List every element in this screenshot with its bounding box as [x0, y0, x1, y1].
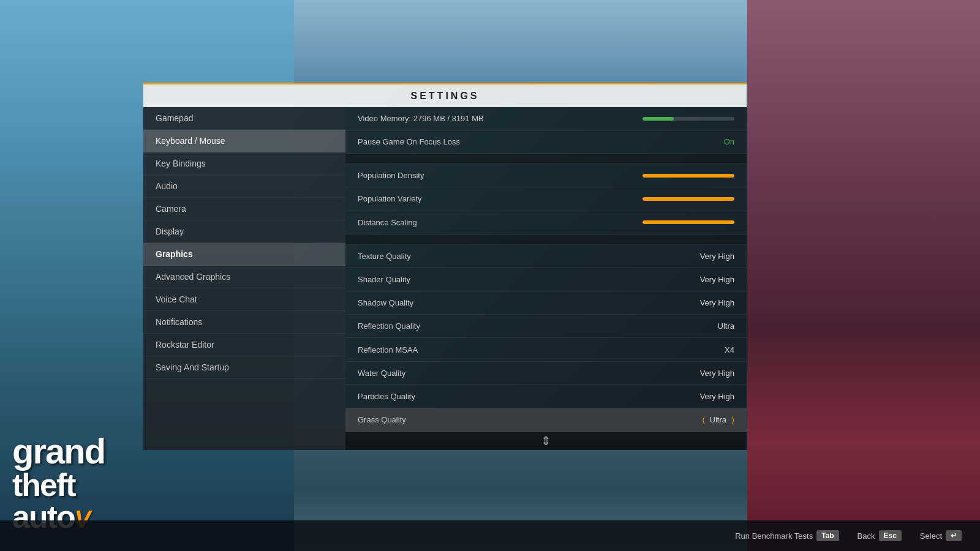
grass-quality-prev[interactable]: ⟨	[702, 415, 705, 425]
grass-quality-label: Grass Quality	[358, 415, 702, 424]
reflection-msaa-value[interactable]: X4	[725, 345, 734, 354]
nav-item-camera[interactable]: Camera	[143, 198, 345, 220]
separator-1	[345, 154, 747, 164]
benchmark-label: Run Benchmark Tests	[735, 531, 813, 541]
setting-row-shader-quality: Shader Quality Very High	[345, 268, 747, 291]
video-memory-fill	[643, 117, 674, 121]
population-density-slider[interactable]	[643, 174, 734, 178]
bottom-bar: Run Benchmark Tests Tab Back Esc Select …	[0, 520, 980, 551]
setting-row-pause-game: Pause Game On Focus Loss On	[345, 130, 747, 154]
back-label: Back	[858, 531, 875, 541]
nav-item-notifications[interactable]: Notifications	[143, 311, 345, 334]
nav-item-keyboard-mouse[interactable]: Keyboard / Mouse	[143, 130, 345, 152]
population-variety-label: Population Variety	[358, 194, 643, 203]
water-quality-label: Water Quality	[358, 369, 700, 378]
setting-row-texture-quality: Texture Quality Very High	[345, 245, 747, 268]
nav-item-voice-chat[interactable]: Voice Chat	[143, 288, 345, 311]
panel-body: Gamepad Keyboard / Mouse Key Bindings Au…	[143, 107, 747, 450]
setting-row-grass-quality: Grass Quality ⟨ Ultra ⟩	[345, 408, 747, 432]
logo-grand: grand	[12, 433, 105, 469]
scroll-up-down-icon: ⇕	[541, 433, 551, 448]
distance-scaling-fill	[643, 220, 734, 224]
select-action: Select ↵	[920, 530, 962, 541]
shader-quality-label: Shader Quality	[358, 275, 700, 284]
bg-center-top	[294, 0, 747, 86]
setting-row-reflection-msaa: Reflection MSAA X4	[345, 338, 747, 361]
population-variety-slider[interactable]	[643, 197, 734, 201]
nav-item-key-bindings[interactable]: Key Bindings	[143, 152, 345, 175]
reflection-quality-value[interactable]: Ultra	[718, 321, 734, 331]
select-label: Select	[920, 531, 942, 541]
shadow-quality-value[interactable]: Very High	[700, 298, 734, 307]
settings-title-bar: SETTINGS	[143, 83, 747, 107]
water-quality-value[interactable]: Very High	[700, 369, 734, 378]
nav-item-rockstar-editor[interactable]: Rockstar Editor	[143, 334, 345, 356]
nav-item-display[interactable]: Display	[143, 220, 345, 243]
texture-quality-label: Texture Quality	[358, 252, 700, 261]
nav-item-advanced-graphics[interactable]: Advanced Graphics	[143, 266, 345, 288]
reflection-quality-label: Reflection Quality	[358, 321, 718, 331]
settings-title: SETTINGS	[410, 91, 479, 102]
setting-row-population-density: Population Density	[345, 164, 747, 187]
reflection-msaa-label: Reflection MSAA	[358, 345, 725, 354]
settings-panel: SETTINGS Gamepad Keyboard / Mouse Key Bi…	[143, 83, 747, 450]
grass-quality-control: ⟨ Ultra ⟩	[702, 415, 734, 425]
scroll-indicator: ⇕	[345, 432, 747, 450]
pause-game-value[interactable]: On	[724, 137, 734, 146]
back-action: Back Esc	[858, 530, 902, 541]
particles-quality-value[interactable]: Very High	[700, 392, 734, 401]
video-memory-label: Video Memory: 2796 MB / 8191 MB	[358, 114, 643, 123]
population-variety-fill	[643, 197, 734, 201]
grass-quality-next[interactable]: ⟩	[731, 415, 734, 425]
nav-item-graphics[interactable]: Graphics	[143, 243, 345, 266]
setting-row-particles-quality: Particles Quality Very High	[345, 385, 747, 408]
particles-quality-label: Particles Quality	[358, 392, 700, 401]
benchmark-key: Tab	[816, 530, 839, 541]
gta-logo: grand theft autoV	[12, 433, 105, 533]
logo-theft: theft	[12, 469, 105, 501]
shader-quality-value[interactable]: Very High	[700, 275, 734, 284]
texture-quality-value[interactable]: Very High	[700, 252, 734, 261]
population-density-label: Population Density	[358, 171, 643, 180]
population-density-fill	[643, 174, 734, 178]
setting-row-distance-scaling: Distance Scaling	[345, 211, 747, 234]
setting-row-reflection-quality: Reflection Quality Ultra	[345, 315, 747, 338]
back-key: Esc	[879, 530, 902, 541]
select-key: ↵	[946, 530, 962, 541]
setting-row-video-memory: Video Memory: 2796 MB / 8191 MB	[345, 107, 747, 130]
distance-scaling-slider[interactable]	[643, 220, 734, 224]
shadow-quality-label: Shadow Quality	[358, 298, 700, 307]
setting-row-shadow-quality: Shadow Quality Very High	[345, 291, 747, 315]
nav-item-audio[interactable]: Audio	[143, 175, 345, 198]
distance-scaling-label: Distance Scaling	[358, 218, 643, 227]
setting-row-population-variety: Population Variety	[345, 187, 747, 211]
setting-row-water-quality: Water Quality Very High	[345, 362, 747, 385]
video-memory-slider[interactable]	[643, 117, 734, 121]
content-panel: Video Memory: 2796 MB / 8191 MB Pause Ga…	[345, 107, 747, 450]
nav-panel: Gamepad Keyboard / Mouse Key Bindings Au…	[143, 107, 345, 450]
bg-right-panel	[747, 0, 980, 551]
grass-quality-value: Ultra	[710, 415, 726, 424]
nav-item-gamepad[interactable]: Gamepad	[143, 107, 345, 130]
nav-item-saving-startup[interactable]: Saving And Startup	[143, 356, 345, 379]
benchmark-action: Run Benchmark Tests Tab	[735, 530, 839, 541]
separator-2	[345, 234, 747, 245]
pause-game-label: Pause Game On Focus Loss	[358, 137, 724, 146]
